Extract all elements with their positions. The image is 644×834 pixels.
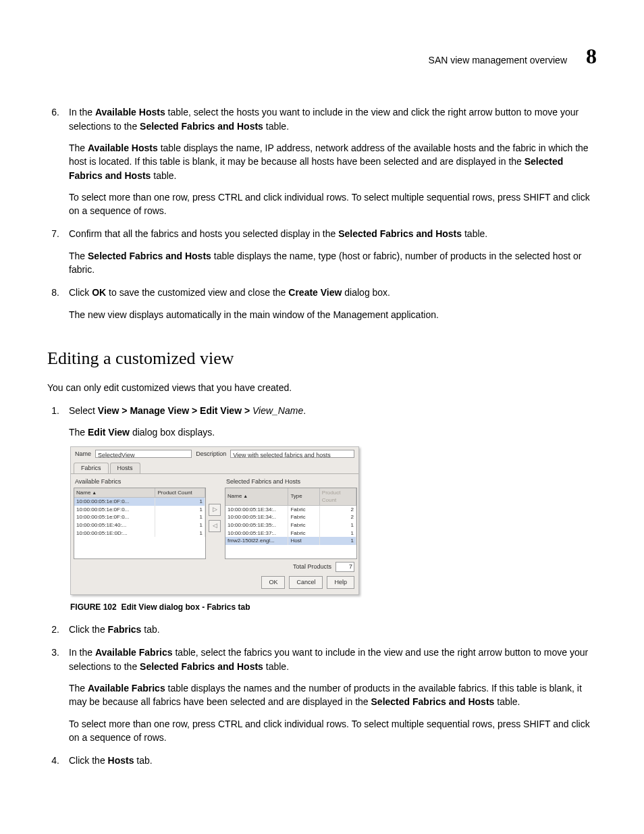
triangle-right-icon: ▷ — [213, 505, 217, 514]
name-label: Name — [75, 450, 91, 459]
list-item: 7.Confirm that all the fabrics and hosts… — [47, 227, 597, 276]
table-row[interactable]: 10:00:00:05:1E:35:..Fabric1 — [225, 521, 356, 529]
step-text: Click OK to save the customized view and… — [69, 286, 597, 299]
triangle-left-icon: ◁ — [213, 521, 217, 530]
step-number: 4. — [47, 754, 59, 767]
running-header: SAN view management overview 8 — [47, 41, 597, 72]
table-row[interactable]: fmw2-150l22.engl...Host1 — [225, 537, 356, 545]
steps-second-group-pre: 1.Select View > Manage View > Edit View … — [47, 404, 597, 440]
name-field[interactable]: SelectedView — [95, 450, 192, 458]
table-row[interactable]: 10:00:00:05:1E:0D:...1 — [74, 529, 205, 538]
paragraph: The Edit View dialog box displays. — [69, 425, 597, 439]
paragraph: The Available Hosts table displays the n… — [69, 141, 597, 182]
steps-second-group-post: 2.Click the Fabrics tab.3.In the Availab… — [47, 623, 597, 767]
paragraph: The Available Fabrics table displays the… — [69, 681, 597, 709]
table-row[interactable]: 10:00:00:05:1e:0F:0...1 — [74, 498, 205, 506]
available-fabrics-title: Available Fabrics — [74, 477, 205, 488]
step-text: Click the Fabrics tab. — [69, 623, 597, 636]
step-text: Confirm that all the fabrics and hosts y… — [69, 227, 597, 240]
step-text: In the Available Hosts table, select the… — [69, 105, 597, 133]
table-row[interactable]: 10:00:00:05:1e:0F:0...1 — [74, 506, 205, 514]
help-button[interactable]: Help — [327, 576, 354, 589]
tab-fabrics[interactable]: Fabrics — [74, 463, 109, 473]
paragraph: To select more than one row, press CTRL … — [69, 190, 597, 218]
selected-fabrics-hosts-table[interactable]: Name▲ Type Product Count 10:00:00:05:1E:… — [225, 488, 357, 559]
total-products-value: 7 — [336, 562, 354, 572]
step-text: Select View > Manage View > Edit View > … — [69, 404, 597, 417]
step-number: 8. — [47, 286, 59, 321]
edit-view-dialog: Name SelectedView Description View with … — [70, 446, 359, 595]
total-products-label: Total Products — [293, 563, 331, 571]
step-number: 1. — [47, 404, 59, 440]
sort-asc-icon: ▲ — [243, 494, 248, 498]
steps-first-group: 6.In the Available Hosts table, select t… — [47, 105, 597, 321]
step-number: 2. — [47, 623, 59, 636]
sort-asc-icon: ▲ — [92, 490, 97, 495]
running-title: SAN view management overview — [429, 53, 567, 67]
list-item: 3.In the Available Fabrics table, select… — [47, 646, 597, 744]
list-item: 8.Click OK to save the customized view a… — [47, 286, 597, 321]
figure-caption: FIGURE 102 Edit View dialog box - Fabric… — [70, 602, 597, 613]
description-field[interactable]: View with selected fabrics and hosts — [230, 450, 354, 458]
ok-button[interactable]: OK — [261, 576, 285, 589]
paragraph: The Selected Fabrics and Hosts table dis… — [69, 249, 597, 277]
table-row[interactable]: 10:00:00:05:1E:34:..Fabric2 — [225, 505, 356, 513]
description-label: Description — [196, 450, 226, 459]
table-row[interactable]: 10:00:00:05:1e:0F:0...1 — [74, 513, 205, 521]
move-left-button[interactable]: ◁ — [209, 520, 221, 532]
step-text: In the Available Fabrics table, select t… — [69, 646, 597, 673]
table-row[interactable]: 10:00:00:05:1E:40:...1 — [74, 521, 205, 529]
tab-hosts[interactable]: Hosts — [110, 463, 140, 473]
list-item: 4.Click the Hosts tab. — [47, 754, 597, 767]
step-number: 6. — [47, 105, 59, 217]
list-item: 1.Select View > Manage View > Edit View … — [47, 404, 597, 440]
paragraph: To select more than one row, press CTRL … — [69, 717, 597, 745]
list-item: 6.In the Available Hosts table, select t… — [47, 105, 597, 217]
paragraph: The new view displays automatically in t… — [69, 308, 597, 321]
step-number: 3. — [47, 646, 59, 744]
section-heading: Editing a customized view — [47, 346, 597, 371]
table-row[interactable]: 10:00:00:05:1E:34:..Fabric2 — [225, 513, 356, 521]
chapter-number: 8 — [586, 41, 597, 72]
available-fabrics-table[interactable]: Name▲ Product Count 10:00:00:05:1e:0F:0.… — [74, 488, 206, 559]
cancel-button[interactable]: Cancel — [289, 576, 323, 589]
move-right-button[interactable]: ▷ — [209, 504, 221, 516]
list-item: 2.Click the Fabrics tab. — [47, 623, 597, 636]
selected-fabrics-hosts-title: Selected Fabrics and Hosts — [225, 477, 356, 488]
table-row[interactable]: 10:00:00:05:1E:37:..Fabric1 — [225, 529, 356, 538]
step-text: Click the Hosts tab. — [69, 754, 597, 767]
step-number: 7. — [47, 227, 59, 276]
section-intro: You can only edit customized views that … — [47, 381, 597, 394]
